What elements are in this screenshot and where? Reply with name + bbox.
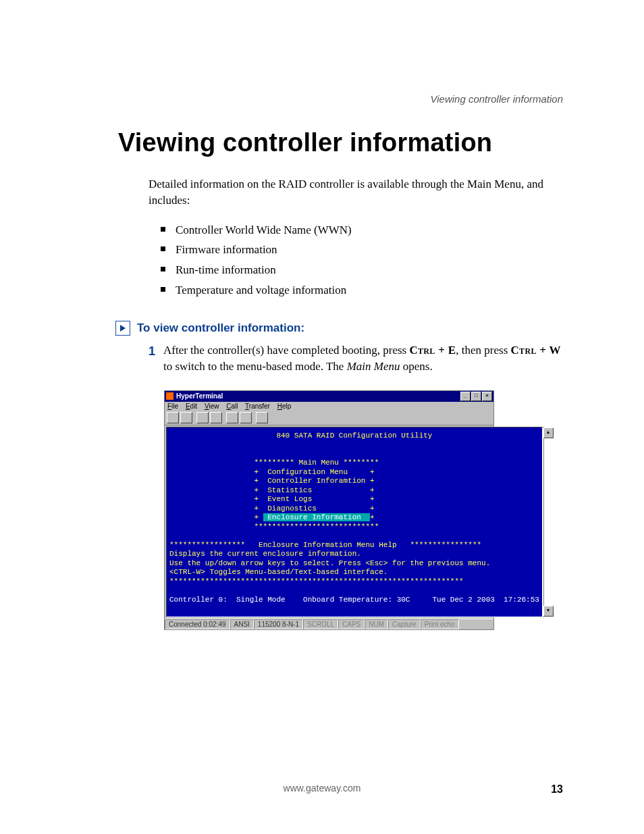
footer-url: www.gateway.com xyxy=(0,783,644,793)
menu-edit[interactable]: Edit xyxy=(186,402,197,410)
page-number: 13 xyxy=(551,783,563,796)
status-line: Controller 0: Single Mode Onboard Temper… xyxy=(169,596,539,604)
maximize-button[interactable]: □ xyxy=(471,392,481,401)
status-flag: SCROLL xyxy=(303,619,338,629)
menu-item[interactable]: + Statistics + xyxy=(169,486,375,494)
menu-item[interactable]: + Configuration Menu + xyxy=(169,468,375,476)
toolbar-button[interactable] xyxy=(240,412,252,423)
terminal-area: 840 SATA RAID Configuration Utility ****… xyxy=(165,425,493,619)
menu-help[interactable]: Help xyxy=(277,402,292,410)
status-flag: Print echo xyxy=(421,619,459,629)
terminal[interactable]: 840 SATA RAID Configuration Utility ****… xyxy=(166,427,543,617)
help-header: ***************** Enclosure Information … xyxy=(169,541,481,549)
t: After the controller(s) have completed b… xyxy=(163,344,409,357)
step-1: 1 After the controller(s) have completed… xyxy=(149,342,563,375)
intro-paragraph: Detailed information on the RAID control… xyxy=(149,176,563,209)
t: , then press xyxy=(456,344,510,357)
help-line: Displays the current enclosure informati… xyxy=(169,550,361,558)
help-line: <CTRL-W> Toggles Menu-based/Text-based i… xyxy=(169,568,387,576)
list-item: Temperature and voltage information xyxy=(149,280,563,301)
scroll-down-button[interactable]: ▾ xyxy=(543,606,554,617)
svg-marker-0 xyxy=(120,325,126,332)
hyperterminal-window: HyperTerminal _ □ × File Edit View Call … xyxy=(164,390,494,630)
emph: Main Menu xyxy=(347,360,400,373)
step-number: 1 xyxy=(149,342,163,375)
toolbar-button[interactable] xyxy=(210,412,222,423)
titlebar[interactable]: HyperTerminal _ □ × xyxy=(165,391,493,402)
t: opens. xyxy=(400,360,432,373)
running-header: Viewing controller information xyxy=(431,93,564,105)
scroll-up-button[interactable]: ▴ xyxy=(543,427,554,438)
terminal-banner: 840 SATA RAID Configuration Utility xyxy=(169,432,539,441)
toolbar xyxy=(165,411,493,425)
toolbar-button[interactable] xyxy=(196,412,209,423)
menu-transfer[interactable]: Transfer xyxy=(245,402,270,410)
procedure-heading-row: To view controller information: xyxy=(115,321,563,336)
help-footer: ****************************************… xyxy=(169,577,464,585)
status-connected: Connected 0:02:49 xyxy=(165,619,230,629)
menu-item-selected[interactable]: + Enclosure Information + xyxy=(169,513,375,521)
t xyxy=(169,586,464,594)
list-item: Run-time information xyxy=(149,260,563,280)
t: to switch to the menu-based mode. The xyxy=(163,360,347,373)
toolbar-button[interactable] xyxy=(226,412,238,423)
menu-view[interactable]: View xyxy=(205,402,219,410)
statusbar: Connected 0:02:49 ANSI 115200 8-N-1 SCRO… xyxy=(165,619,493,629)
menu-border: **************************** xyxy=(169,523,379,531)
menu-item[interactable]: + Event Logs + xyxy=(169,495,375,503)
toolbar-button[interactable] xyxy=(180,412,192,423)
bullet-list: Controller World Wide Name (WWN) Firmwar… xyxy=(149,220,563,301)
status-flag: NUM xyxy=(365,619,388,629)
play-icon xyxy=(115,321,130,336)
status-emulation: ANSI xyxy=(230,619,254,629)
app-icon xyxy=(166,392,173,400)
toolbar-button[interactable] xyxy=(256,412,268,423)
toolbar-button[interactable] xyxy=(167,412,179,423)
t xyxy=(169,450,464,458)
t xyxy=(169,531,464,540)
status-baud: 115200 8-N-1 xyxy=(254,619,303,629)
procedure-heading: To view controller information: xyxy=(137,321,304,335)
status-flag: CAPS xyxy=(338,619,365,629)
list-item: Firmware information xyxy=(149,240,563,260)
page: Viewing controller information Viewing c… xyxy=(0,0,644,834)
key: Ctrl + E xyxy=(409,344,456,357)
key: Ctrl + W xyxy=(511,344,561,357)
page-title: Viewing controller information xyxy=(118,128,563,157)
menubar[interactable]: File Edit View Call Transfer Help xyxy=(165,402,493,411)
menu-call[interactable]: Call xyxy=(226,402,238,410)
status-flag: Capture xyxy=(388,619,421,629)
window-title: HyperTerminal xyxy=(176,392,223,400)
menu-file[interactable]: File xyxy=(167,402,178,410)
help-line: Use the up/down arrow keys to select. Pr… xyxy=(169,559,490,567)
list-item: Controller World Wide Name (WWN) xyxy=(149,220,563,240)
step-text: After the controller(s) have completed b… xyxy=(163,342,563,375)
minimize-button[interactable]: _ xyxy=(460,392,471,401)
close-button[interactable]: × xyxy=(482,392,492,401)
menu-item[interactable]: + Diagnostics + xyxy=(169,504,375,513)
menu-item[interactable]: + Controller Inforamtion + xyxy=(169,477,375,485)
menu-border: ********* Main Menu ******** xyxy=(169,459,379,467)
scrollbar[interactable]: ▴ ▾ xyxy=(543,427,544,617)
